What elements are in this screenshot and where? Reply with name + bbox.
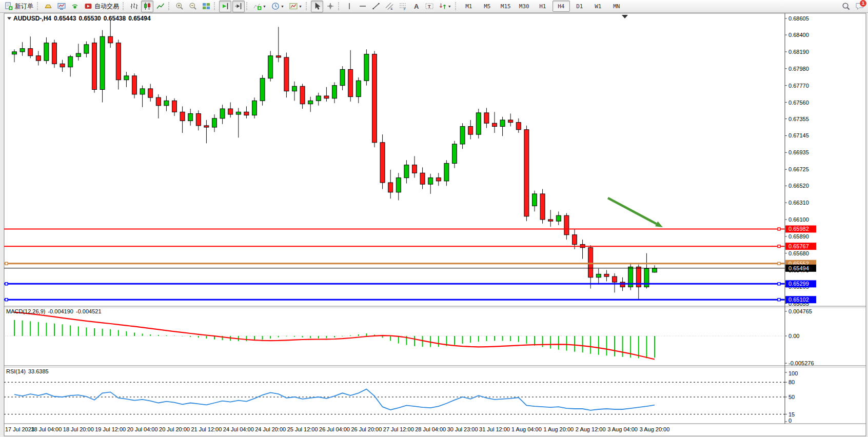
auto-scroll-icon	[221, 2, 229, 10]
candle-chart-button[interactable]	[141, 1, 153, 12]
text-label-button[interactable]: T	[423, 1, 436, 12]
candle	[84, 45, 89, 53]
horizontal-line-button[interactable]	[357, 1, 369, 12]
candle	[156, 97, 161, 106]
candle	[308, 101, 313, 104]
candle	[524, 130, 529, 216]
candle	[500, 120, 505, 127]
line-chart-icon	[156, 2, 165, 10]
price-tick-label: 0.68605	[788, 15, 809, 22]
chat-button[interactable]: 1	[853, 1, 865, 12]
channel-icon: E	[385, 2, 393, 10]
price-tick-label: 0.65680	[788, 250, 809, 256]
auto-trading-button[interactable]: 自动交易	[82, 1, 121, 12]
line-handle[interactable]	[778, 299, 780, 301]
arrows-button[interactable]: ▼	[437, 1, 453, 12]
trendline-button[interactable]	[370, 1, 382, 12]
candle	[476, 113, 481, 134]
macd-axis-label: 0.00	[788, 333, 799, 339]
dropdown-arrow-icon[interactable]: ▼	[448, 5, 451, 8]
line-handle[interactable]	[5, 262, 8, 265]
cursor-button[interactable]	[311, 1, 323, 12]
line-handle[interactable]	[778, 262, 780, 265]
new-chart-button[interactable]	[55, 1, 68, 12]
price-badge-label: 0.65767	[788, 243, 809, 249]
price-tick-label: 0.65890	[788, 233, 809, 240]
indicators-button[interactable]: ▼	[251, 1, 268, 12]
signals-button[interactable]	[69, 1, 81, 12]
toolbar-group-handle	[37, 2, 40, 10]
timeframe-d1-button[interactable]: D1	[571, 1, 588, 12]
candle	[428, 178, 433, 185]
dropdown-arrow-icon[interactable]: ▼	[263, 5, 266, 8]
candle	[108, 36, 113, 43]
timeframe-m30-button[interactable]: M30	[516, 1, 533, 12]
macd-axis-label: 0.004765	[788, 308, 812, 314]
crosshair-button[interactable]	[324, 1, 337, 12]
timeframe-m1-button[interactable]: M1	[460, 1, 478, 12]
tile-windows-button[interactable]	[200, 1, 212, 12]
time-axis-label: 21 Jul 12:00	[191, 426, 222, 432]
rsi-indicator-label: RSI(14)33.6385	[6, 368, 51, 374]
chart-collapse-icon[interactable]	[7, 16, 12, 21]
candle	[292, 86, 297, 91]
price-tick-label: 0.67770	[788, 83, 809, 89]
rsi-axis-label: 50	[788, 394, 795, 400]
zoom-out-button[interactable]	[187, 1, 199, 12]
toolbar-group-handle	[123, 2, 125, 10]
candle	[508, 120, 513, 123]
line-handle[interactable]	[778, 228, 780, 230]
template-button[interactable]: ▼	[287, 1, 304, 12]
candle	[396, 178, 401, 192]
line-handle[interactable]	[5, 283, 8, 285]
auto-scroll-button[interactable]	[219, 1, 231, 12]
timeframe-m15-button[interactable]: M15	[497, 1, 515, 12]
line-handle[interactable]	[778, 283, 780, 285]
chart-canvas[interactable]: 0.686050.684000.681900.679800.677700.675…	[0, 0, 868, 437]
fibonacci-button[interactable]: F	[397, 1, 409, 12]
bar-chart-button[interactable]	[128, 1, 140, 12]
timeframe-w1-button[interactable]: W1	[589, 1, 607, 12]
timeframe-h4-button[interactable]: H4	[553, 1, 570, 12]
zoom-in-button[interactable]	[173, 1, 186, 12]
hline-icon	[359, 2, 367, 10]
text-button[interactable]: A	[410, 1, 422, 12]
chart-shift-button[interactable]	[232, 1, 245, 12]
candle	[420, 173, 425, 184]
candle	[28, 49, 33, 56]
rsi-axis-label: 80	[788, 379, 795, 385]
market-button[interactable]	[42, 1, 54, 12]
toolbar-group-handle	[455, 2, 458, 10]
candle	[596, 274, 601, 277]
candle	[180, 112, 185, 121]
dropdown-arrow-icon[interactable]: ▼	[299, 5, 302, 8]
timeframe-h1-button[interactable]: H1	[534, 1, 551, 12]
candle	[332, 86, 337, 98]
dropdown-arrow-icon[interactable]: ▼	[281, 5, 284, 8]
periods-button[interactable]: ▼	[269, 1, 286, 12]
candle	[340, 69, 345, 85]
candle	[52, 43, 57, 64]
timeframe-mn-button[interactable]: MN	[608, 1, 625, 12]
timeframe-m5-button[interactable]: M5	[479, 1, 496, 12]
line-chart-button[interactable]	[154, 1, 167, 12]
bar-high: 0.65530	[78, 15, 101, 22]
signals-icon	[71, 2, 79, 10]
candle	[452, 144, 457, 164]
new-order-button[interactable]: 新订单	[3, 1, 35, 12]
bar-low: 0.65438	[104, 15, 126, 22]
chat-icon: 1	[855, 2, 863, 10]
auto-trading-label: 自动交易	[94, 2, 119, 11]
line-handle[interactable]	[778, 245, 780, 248]
candle	[372, 54, 377, 143]
text-icon: A	[412, 2, 420, 10]
chart-title: AUDUSD-,H40.654430.655300.654380.65494	[7, 15, 153, 22]
equidistant-channel-button[interactable]: E	[383, 1, 396, 12]
candle	[436, 178, 441, 181]
search-button[interactable]	[840, 1, 852, 12]
line-handle[interactable]	[5, 299, 8, 301]
toolbar: 新订单自动交易▼▼▼EFAT▼M1M5M15M30H1H4D1W1MN1	[0, 0, 868, 13]
vertical-line-button[interactable]	[343, 1, 356, 12]
candle	[36, 56, 41, 61]
candle	[60, 64, 65, 67]
